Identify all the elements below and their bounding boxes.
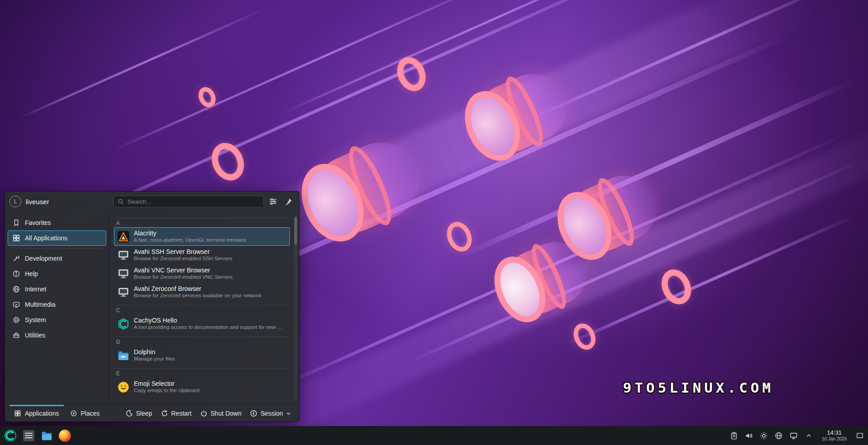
app-item-avahi-ssh[interactable]: Avahi SSH Server Browser Browse for Zero… [114,246,290,264]
tools-icon [12,254,20,262]
file-manager-icon[interactable] [40,429,53,442]
clock-date: 10 Jan 2026 [822,436,847,442]
monitor-icon [117,286,130,299]
compass-icon [70,410,77,417]
dolphin-icon [117,349,130,362]
app-name: CachyOS Hello [134,317,282,324]
action-label: Session [260,410,283,417]
scrollbar-thumb[interactable] [294,217,297,245]
tab-places[interactable]: Places [65,405,105,422]
sidebar-item-development[interactable]: Development [8,251,106,266]
taskbar: 14:31 10 Jan 2026 [0,426,868,445]
app-name: Avahi VNC Server Browser [134,267,233,274]
launcher-body: Favorites All Applications Development H… [5,211,299,404]
chevron-down-icon [286,411,291,416]
section-letter: C [114,306,290,314]
app-description: Browse for Zeroconf-enabled SSH Servers [134,256,232,262]
app-item-cachyos-hello[interactable]: CachyOS Hello A tool providing access to… [114,314,290,333]
alacritty-icon [117,230,130,243]
app-text: Avahi VNC Server Browser Browse for Zero… [134,267,233,280]
sidebar-item-internet[interactable]: Internet [8,281,106,297]
sidebar-item-multimedia[interactable]: Multimedia [8,297,106,312]
app-name: Alacritty [134,230,246,237]
network-icon[interactable] [774,431,783,440]
restart-icon [160,409,169,417]
avatar-initial: L [14,198,17,205]
sidebar-item-label: System [25,316,46,323]
launcher-footer: Applications Places Sleep Restart Shut D… [5,404,299,422]
app-description: A tool providing access to documentation… [134,324,282,330]
app-description: Manage your files [134,356,175,362]
app-name: Dolphin [134,349,175,356]
grid-icon [12,234,20,242]
tray-expand-chevron-icon[interactable] [804,431,813,440]
cachyos-icon [117,318,130,330]
application-list: A Alacritty A fast, cross-platform, Open… [109,211,299,404]
monitor-icon [117,249,130,262]
search-icon [118,198,124,205]
action-label: Restart [171,410,192,417]
tab-label: Places [81,410,100,417]
grid-icon [14,410,21,417]
app-item-avahi-zeroconf[interactable]: Avahi Zeroconf Browser Browse for Zeroco… [114,283,290,301]
firefox-icon[interactable] [58,429,71,442]
show-desktop-icon[interactable] [855,431,864,440]
action-label: Shut Down [211,410,241,417]
app-item-avahi-vnc[interactable]: Avahi VNC Server Browser Browse for Zero… [114,264,290,283]
sidebar-item-label: Internet [25,286,46,293]
task-list-icon[interactable] [22,429,35,442]
search-box[interactable] [113,196,264,207]
sidebar-item-utilities[interactable]: Utilities [8,328,106,343]
sidebar-divider [11,248,103,248]
sleep-button[interactable]: Sleep [121,407,156,420]
app-description: Copy emojis to the clipboard [134,388,199,393]
section-c: C CachyOS Hello A tool providing access … [114,305,290,333]
app-item-dolphin[interactable]: Dolphin Manage your files [114,346,290,365]
display-icon[interactable] [789,431,798,440]
action-label: Sleep [136,410,152,417]
sidebar-item-system[interactable]: System [8,312,106,328]
app-text: Avahi Zeroconf Browser Browse for Zeroco… [134,286,262,299]
sidebar-item-favorites[interactable]: Favorites [8,215,106,230]
volume-icon[interactable] [745,431,754,440]
sidebar-item-label: All Applications [25,234,67,242]
app-description: Browse for Zeroconf services available o… [134,293,262,299]
clipboard-icon[interactable] [730,431,739,440]
configure-icon[interactable] [267,196,279,207]
avatar[interactable]: L [9,196,21,207]
section-letter: A [114,219,290,227]
multimedia-icon [12,300,20,309]
app-launcher-button[interactable] [4,429,17,442]
app-text: Alacritty A fast, cross-platform, OpenGL… [134,230,246,243]
power-icon [200,409,208,417]
username: liveuser [26,198,49,206]
sidebar-item-all-applications[interactable]: All Applications [8,230,106,246]
sidebar-item-label: Multimedia [25,301,56,308]
tab-applications[interactable]: Applications [9,405,65,422]
system-tray: 14:31 10 Jan 2026 [730,430,864,441]
shutdown-button[interactable]: Shut Down [196,407,245,420]
section-e: E Emoji Selector Copy emojis to the clip… [114,368,290,396]
app-text: CachyOS Hello A tool providing access to… [134,317,282,330]
cachyos-logo-icon [4,429,17,442]
search-input[interactable] [127,198,259,206]
clock[interactable]: 14:31 10 Jan 2026 [822,430,847,441]
scrollbar[interactable] [294,215,297,401]
sidebar-item-help[interactable]: Help [8,266,106,281]
section-a: A Alacritty A fast, cross-platform, Open… [114,218,290,301]
app-item-emoji-selector[interactable]: Emoji Selector Copy emojis to the clipbo… [114,378,290,396]
restart-button[interactable]: Restart [156,407,196,420]
brightness-icon[interactable] [760,431,769,440]
bookmark-icon [12,219,20,227]
app-item-alacritty[interactable]: Alacritty A fast, cross-platform, OpenGL… [114,227,290,246]
pin-icon[interactable] [283,196,294,207]
section-letter: E [114,370,290,378]
session-icon [250,409,258,417]
session-button[interactable]: Session [245,407,295,420]
watermark-text: 9TO5LINUX.COM [623,379,774,396]
sidebar-item-label: Utilities [25,332,45,339]
section-d: D Dolphin Manage your files [114,337,290,365]
monitor-icon [117,267,130,280]
tab-label: Applications [25,410,59,417]
app-name: Emoji Selector [134,380,199,387]
